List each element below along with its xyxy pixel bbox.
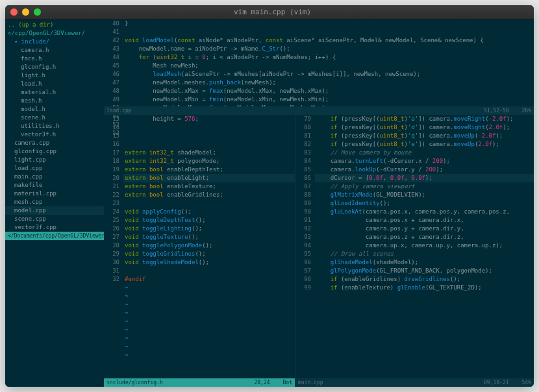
nerdtree-sidebar[interactable]: .. (up a dir) </cpp/OpenGL/3DViewer/ ▾ i… [5, 19, 104, 387]
code-line[interactable]: camera.turnLeft(-dCursor.x / 200); [315, 157, 534, 165]
code-line[interactable]: Mesh newMesh; [123, 62, 534, 70]
code-line[interactable]: } [123, 19, 534, 28]
code-line[interactable]: glLoadIdentity(); [315, 199, 534, 208]
filename: main.cpp [298, 378, 484, 387]
code-line[interactable]: newModel.xMin = fmin(newModel.xMin, newM… [123, 95, 534, 104]
tree-item[interactable]: main.cpp [5, 173, 104, 181]
tree-item[interactable]: glconfig.h [5, 63, 104, 71]
code-line[interactable]: camera.pos.y + camera.dir.y, [315, 225, 534, 233]
code-line[interactable]: void togglePolygonMode(); [123, 241, 295, 250]
code-line[interactable]: // Draw all scenes [315, 250, 534, 258]
tree-item[interactable]: material.cpp [5, 190, 104, 198]
tree-item[interactable]: mesh.cpp [5, 198, 104, 206]
tree-item[interactable]: scene.h [5, 114, 104, 122]
line-numbers: 4041424344454647484950515253 [104, 19, 123, 106]
code-line[interactable]: void toggleLighting(); [123, 225, 295, 233]
tree-item[interactable]: mesh.h [5, 97, 104, 105]
tree-item[interactable]: camera.cpp [5, 139, 104, 147]
code-line[interactable]: gluLookAt(camera.pos.x, camera.pos.y, ca… [315, 208, 534, 216]
code-botleft[interactable]: height = 576; extern int32_t shadeModel;… [123, 115, 295, 378]
scroll-pct: Bot [283, 378, 292, 387]
code-line[interactable]: void loadModel(const aiNode* aiNodePtr, … [123, 36, 534, 45]
minimize-button[interactable] [22, 8, 29, 16]
code-top[interactable]: } void loadModel(const aiNode* aiNodePtr… [123, 19, 534, 106]
tree-item[interactable]: ▾ include/ [5, 38, 104, 46]
tree-item[interactable]: glconfig.cpp [5, 147, 104, 156]
code-line[interactable]: extern int32_t shadeModel; [123, 149, 295, 157]
code-line[interactable]: glShadeModel(shadeModel); [315, 258, 534, 267]
tree-item[interactable]: material.h [5, 88, 104, 97]
code-line[interactable]: void toggleDepthTest(); [123, 216, 295, 225]
vim-window: vim main.cpp (vim) .. (up a dir) </cpp/O… [5, 5, 534, 387]
code-line[interactable] [123, 132, 295, 140]
code-botright[interactable]: if (pressKey[(uint8_t)'a']) camera.moveR… [315, 115, 534, 378]
code-line[interactable]: height = 576; [123, 115, 295, 123]
code-line[interactable]: glMatrixMode(GL_MODELVIEW); [315, 191, 534, 199]
code-line[interactable]: if (pressKey[(uint8_t)'q']) camera.moveU… [315, 132, 534, 140]
tree-item[interactable]: model.cpp [5, 206, 104, 215]
tree-item[interactable]: load.cpp [5, 164, 104, 173]
code-line[interactable]: if (enableTexture) glEnable(GL_TEXTURE_2… [315, 284, 534, 292]
code-line[interactable]: camera.up.x, camera.up.y, camera.up.z); [315, 241, 534, 250]
code-line[interactable]: void applyConfig(); [123, 208, 295, 216]
code-line[interactable]: newModel.xMax = fmax(newModel.xMax, newM… [123, 87, 534, 95]
code-line[interactable]: for (uint32_t i = 0; i < aiNodePtr -> mN… [123, 53, 534, 62]
scroll-pct: 54% [522, 378, 531, 387]
bottom-split: 1314151617181920212223242526272829303132… [104, 115, 534, 387]
code-line[interactable]: // Apply camera viewport [315, 182, 534, 191]
line-numbers: 7980818283848586878889909192939495969798… [295, 115, 315, 378]
updir-link[interactable]: .. (up a dir) [5, 21, 104, 29]
tree-item[interactable]: load.h [5, 80, 104, 88]
editor: .. (up a dir) </cpp/OpenGL/3DViewer/ ▾ i… [5, 19, 534, 387]
code-line[interactable]: extern int32_t polygonMode; [123, 157, 295, 165]
close-button[interactable] [10, 8, 18, 16]
code-line[interactable]: if (pressKey[(uint8_t)'e']) camera.moveU… [315, 140, 534, 149]
cursor-pos: 89,18-21 [484, 378, 509, 387]
code-line[interactable]: camera.lookUp(-dCursor.y / 200); [315, 165, 534, 174]
scroll-pct: 26% [522, 106, 531, 115]
tree-item[interactable]: light.h [5, 71, 104, 80]
tree-item[interactable]: makefile [5, 181, 104, 190]
tree-item[interactable]: vector3f.cpp [5, 223, 104, 232]
code-line[interactable] [123, 123, 295, 132]
code-line[interactable]: if (pressKey[(uint8_t)'d']) camera.moveR… [315, 123, 534, 132]
tree-item[interactable]: vector3f.h [5, 130, 104, 139]
code-line[interactable]: loadMesh(aiScenePtr -> mMeshes[aiNodePtr… [123, 70, 534, 79]
code-line[interactable] [123, 199, 295, 208]
tree-item[interactable]: utilities.h [5, 122, 104, 130]
code-line[interactable]: if (enableGridlines) drawGridlines(); [315, 275, 534, 284]
bottom-right-pane[interactable]: 7980818283848586878889909192939495969798… [295, 115, 534, 387]
code-line[interactable]: // Move camera by mouse [315, 149, 534, 157]
bottom-left-pane[interactable]: 1314151617181920212223242526272829303132… [104, 115, 295, 387]
code-line[interactable]: #endif [123, 275, 295, 284]
code-line[interactable]: void toggleGridlines(); [123, 250, 295, 258]
tree-item[interactable]: light.cpp [5, 156, 104, 164]
code-line[interactable]: void toggleTexture(); [123, 233, 295, 241]
current-path: </cpp/OpenGL/3DViewer/ [5, 29, 104, 38]
code-line[interactable]: if (pressKey[(uint8_t)'a']) camera.moveR… [315, 115, 534, 123]
code-line[interactable]: void toggleShadeModel(); [123, 258, 295, 267]
code-line[interactable] [123, 267, 295, 275]
code-line[interactable]: camera.pos.x + camera.dir.x, [315, 216, 534, 225]
code-line[interactable]: dCursor = {0.0f, 0.0f, 0.0f}; [315, 174, 534, 182]
code-line[interactable]: newModel.name = aiNodePtr -> mName.C_Str… [123, 45, 534, 53]
window-title: vim main.cpp (vim) [49, 8, 496, 16]
tree-item[interactable]: model.h [5, 105, 104, 114]
code-line[interactable]: extern bool enableGridlines; [123, 191, 295, 199]
filename: load.cpp [107, 106, 484, 115]
statusbar-top: load.cpp 51,52-58 26% [104, 106, 534, 115]
code-line[interactable] [123, 28, 534, 36]
tree-item[interactable]: camera.h [5, 46, 104, 55]
maximize-button[interactable] [34, 8, 41, 16]
titlebar: vim main.cpp (vim) [5, 5, 534, 19]
code-line[interactable]: extern bool enableLight; [123, 174, 295, 182]
code-line[interactable]: extern bool enableTexture; [123, 182, 295, 191]
tree-item[interactable]: scene.cpp [5, 215, 104, 223]
top-pane[interactable]: 4041424344454647484950515253 } void load… [104, 19, 534, 106]
tree-item[interactable]: face.h [5, 55, 104, 63]
code-line[interactable]: glPolygonMode(GL_FRONT_AND_BACK, polygon… [315, 267, 534, 275]
code-line[interactable]: camera.pos.z + camera.dir.z, [315, 233, 534, 241]
code-line[interactable]: newModel.meshes.push_back(newMesh); [123, 79, 534, 87]
code-line[interactable]: extern bool enableDepthTest; [123, 165, 295, 174]
code-line[interactable] [123, 140, 295, 149]
